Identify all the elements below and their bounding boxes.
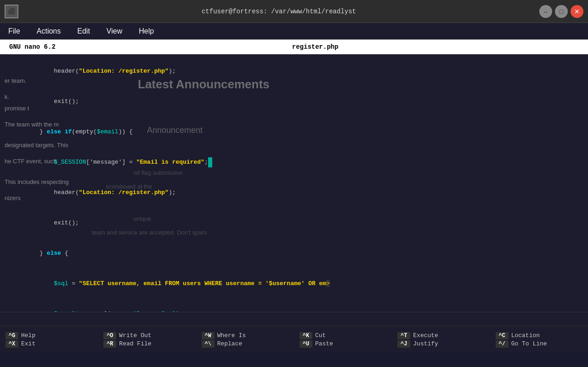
nano-header: GNU nano 6.2 register.php [0, 40, 588, 54]
shortcut-location: ^C Location [496, 332, 582, 339]
label-help: Help [21, 332, 35, 339]
label-readfile: Read File [119, 340, 151, 347]
label-location: Location [511, 332, 540, 339]
key-whereis: ^W [202, 332, 215, 339]
menu-edit[interactable]: Edit [74, 25, 94, 37]
nano-header-right [575, 43, 579, 51]
shortcut-help: ^G Help [6, 332, 92, 339]
code-line: $_SESSION['message'] = "Email is require… [0, 147, 588, 178]
key-location: ^C [496, 332, 509, 339]
menu-actions[interactable]: Actions [33, 25, 64, 37]
code-line: header("Location: /register.php"); [0, 178, 588, 208]
shortcut-col-4: ^K Cut ^U Paste [294, 326, 392, 353]
title-bar: ⬛ ctfuser@fortress: /var/www/html/readly… [0, 0, 588, 23]
code-content: header("Location: /register.php"); exit(… [0, 56, 588, 312]
shortcut-col-5: ^T Execute ^J Justify [392, 326, 490, 353]
key-execute: ^T [397, 332, 410, 339]
shortcut-justify: ^J Justify [397, 340, 484, 348]
status-bar [0, 312, 588, 326]
shortcut-cut: ^K Cut [300, 332, 386, 339]
key-cut: ^K [300, 332, 312, 339]
close-button[interactable]: ✕ [571, 5, 583, 18]
shortcut-writeout: ^O Write Out [103, 332, 190, 339]
key-writeout: ^O [103, 332, 116, 339]
label-cut: Cut [315, 332, 326, 339]
shortcut-gotoline: ^/ Go To Line [496, 340, 582, 348]
shortcuts-bar: ^G Help ^X Exit ^O Write Out ^R Read Fil… [0, 326, 588, 353]
menu-bar: File Actions Edit View Help [0, 23, 588, 40]
label-execute: Execute [413, 332, 438, 339]
label-exit: Exit [21, 340, 35, 347]
minimize-button[interactable]: – [539, 5, 552, 18]
shortcut-replace: ^\ Replace [202, 340, 288, 348]
nano-filename: register.php [292, 43, 339, 51]
key-replace: ^\ [202, 340, 215, 348]
menu-view[interactable]: View [103, 25, 126, 37]
key-exit: ^X [6, 340, 18, 348]
maximize-button[interactable]: □ [555, 5, 568, 18]
label-writeout: Write Out [119, 332, 151, 339]
menu-file[interactable]: File [5, 25, 24, 37]
key-readfile: ^R [103, 340, 116, 348]
label-whereis: Where Is [217, 332, 246, 339]
nano-version: GNU nano 6.2 [9, 43, 56, 51]
code-line: $sql = "SELECT username, email FROM user… [0, 269, 588, 299]
label-justify: Justify [413, 340, 438, 347]
shortcut-col-3: ^W Where Is ^\ Replace [196, 326, 294, 353]
editor-area[interactable]: er team. k. promise t The team with the … [0, 54, 588, 312]
code-line: header("Location: /register.php"); [0, 56, 588, 86]
code-line: exit(); [0, 86, 588, 117]
shortcut-paste: ^U Paste [300, 340, 386, 348]
code-line: $result = mysqli_query($conn, $sql); [0, 299, 588, 312]
key-help: ^G [6, 332, 18, 339]
key-justify: ^J [397, 340, 410, 348]
code-line: exit(); [0, 208, 588, 238]
shortcut-col-2: ^O Write Out ^R Read File [98, 326, 196, 353]
key-paste: ^U [300, 340, 312, 348]
key-gotoline: ^/ [496, 340, 509, 348]
label-paste: Paste [315, 340, 333, 347]
window-controls: – □ ✕ [539, 5, 583, 18]
menu-help[interactable]: Help [135, 25, 158, 37]
label-replace: Replace [217, 340, 243, 347]
window-title: ctfuser@fortress: /var/www/html/readlyst [202, 8, 356, 15]
shortcut-col-6: ^C Location ^/ Go To Line [490, 326, 588, 353]
code-line: } else if(empty($email)) { [0, 117, 588, 147]
shortcut-readfile: ^R Read File [103, 340, 190, 348]
shortcut-exit: ^X Exit [6, 340, 92, 348]
shortcut-col-1: ^G Help ^X Exit [0, 326, 98, 353]
code-line: } else { [0, 238, 588, 269]
window-icon: ⬛ [5, 5, 18, 18]
label-gotoline: Go To Line [511, 340, 547, 347]
shortcut-whereis: ^W Where Is [202, 332, 288, 339]
shortcut-execute: ^T Execute [397, 332, 484, 339]
